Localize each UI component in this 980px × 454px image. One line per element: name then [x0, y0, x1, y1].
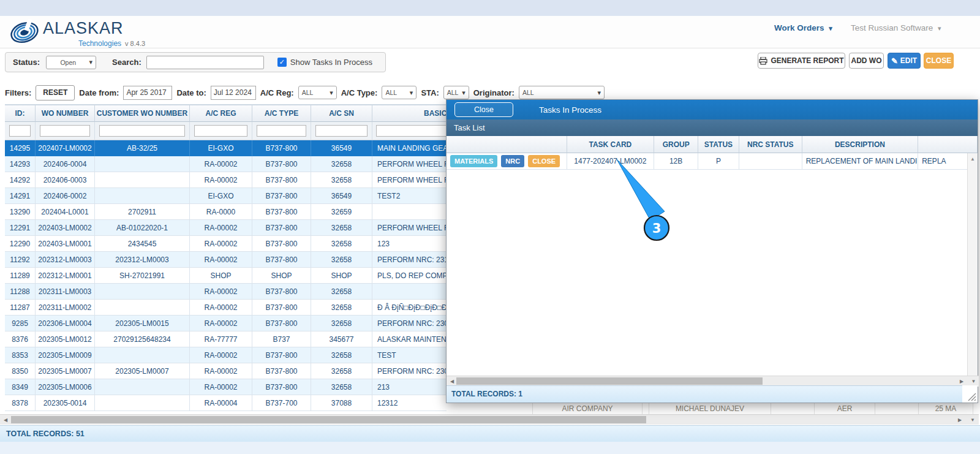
brand-subtitle: Technologies — [78, 39, 121, 48]
modal-scrollbar-thumb[interactable] — [456, 377, 763, 385]
status-select[interactable]: Open ▾ — [46, 56, 96, 69]
work-order-cell: RA-0000 — [190, 204, 252, 220]
filter-cell — [5, 122, 36, 140]
date-to-input[interactable] — [211, 86, 256, 100]
work-order-cell: 32658 — [311, 172, 372, 188]
work-order-cell: 32659 — [311, 204, 372, 220]
work-order-cell: RA-00002 — [190, 316, 252, 331]
work-order-cell: 14292 — [5, 172, 36, 188]
column-filter-input[interactable] — [315, 125, 368, 137]
brand-block: ALASKAR Technologiesv 8.4.3 — [43, 19, 145, 48]
work-order-cell: RA-00002 — [190, 300, 252, 316]
column-filter-input[interactable] — [40, 125, 90, 137]
hidden-row-cell: AER — [814, 403, 875, 414]
scroll-down-icon: ▼ — [971, 379, 976, 384]
close-task-button[interactable]: CLOSE — [528, 155, 560, 167]
work-order-cell: B737-800 — [252, 220, 311, 236]
work-order-cell: 202305-LM0012 — [36, 331, 95, 347]
column-header[interactable]: CUSTOMER WO NUMBER — [95, 105, 190, 122]
scroll-left-icon[interactable]: ◀ — [1, 415, 10, 425]
work-order-cell: 2434545 — [95, 236, 190, 252]
work-order-cell — [95, 300, 190, 316]
show-tasks-label: Show Tasks In Process — [290, 58, 372, 67]
close-button[interactable]: CLOSE — [924, 53, 954, 69]
task-column-header[interactable]: GROUP — [654, 136, 698, 153]
caret-down-icon: ▾ — [462, 89, 466, 97]
work-order-cell: 14293 — [5, 156, 36, 172]
scroll-right-icon[interactable]: ▶ — [956, 415, 964, 425]
ac-reg-select[interactable]: ALL ▾ — [298, 86, 337, 99]
column-filter-input[interactable] — [257, 125, 306, 137]
modal-resize-corner[interactable] — [962, 385, 978, 403]
work-order-cell: 32658 — [311, 347, 372, 363]
modal-header: Close Tasks In Process — [447, 100, 978, 119]
task-column-header[interactable] — [447, 136, 567, 153]
main-scroll-down-corner[interactable]: ▼ — [967, 414, 979, 425]
app-header: ALASKAR Technologiesv 8.4.3 Work Orders … — [0, 16, 980, 48]
generate-report-button[interactable]: GENERATE REPORT — [758, 53, 845, 69]
work-order-cell: 32658 — [311, 236, 372, 252]
work-order-cell: 202406-0002 — [36, 188, 95, 204]
materials-button[interactable]: MATERIALS — [450, 155, 497, 167]
reset-button[interactable]: RESET — [36, 85, 75, 100]
work-order-cell: RA-00002 — [190, 379, 252, 395]
show-tasks-checkbox-wrap[interactable]: ✓ Show Tasks In Process — [277, 58, 372, 67]
scroll-right-icon[interactable]: ▶ — [957, 376, 966, 386]
task-column-header[interactable]: DESCRIPTION — [802, 136, 919, 153]
scroll-left-icon[interactable]: ◀ — [448, 376, 456, 386]
task-column-header[interactable] — [918, 136, 978, 153]
sta-select[interactable]: ALL ▾ — [443, 86, 469, 99]
date-from-input[interactable] — [123, 86, 172, 100]
task-table-row[interactable]: MATERIALSNRCCLOSE1477-202407-LM000212BPR… — [447, 153, 978, 170]
modal-title: Tasks In Process — [539, 105, 601, 115]
search-input[interactable] — [146, 56, 264, 69]
column-filter-input[interactable] — [9, 125, 31, 137]
task-column-header[interactable]: STATUS — [698, 136, 739, 153]
work-order-cell: 9285 — [5, 316, 36, 331]
nav-work-orders[interactable]: Work Orders ▾ — [774, 23, 832, 32]
work-order-cell: 27029125648234 — [95, 331, 190, 347]
work-order-cell: 202407-LM0002 — [36, 140, 95, 156]
alaskar-work-orders-screen: ALASKAR Technologiesv 8.4.3 Work Orders … — [0, 0, 980, 454]
work-order-cell: 14295 — [5, 140, 36, 156]
work-order-cell: 8376 — [5, 331, 36, 347]
task-column-header[interactable]: TASK CARD — [567, 136, 655, 153]
column-header[interactable]: A/C REG — [190, 105, 252, 122]
work-order-cell: 11287 — [5, 300, 36, 316]
column-filter-input[interactable] — [194, 125, 247, 137]
work-order-cell: RA-00004 — [190, 395, 252, 411]
edit-button[interactable]: ✎ EDIT — [888, 53, 921, 69]
modal-total-records: TOTAL RECORDS: 1 — [447, 385, 962, 403]
scroll-down-icon: ▼ — [970, 417, 975, 423]
work-order-cell: RA-00002 — [190, 220, 252, 236]
column-header[interactable]: A/C TYPE — [252, 105, 311, 122]
window-top-strip — [0, 0, 980, 16]
column-header[interactable]: ID: — [5, 105, 36, 122]
nav-user-menu[interactable]: Test Russian Software ▾ — [851, 23, 941, 32]
main-scrollbar-thumb[interactable] — [11, 416, 646, 423]
work-order-cell: 202305-LM0007 — [36, 363, 95, 379]
scroll-up-icon[interactable]: ▲ — [968, 154, 978, 163]
task-column-header[interactable]: NRC STATUS — [739, 136, 802, 153]
add-wo-button[interactable]: ADD WO — [849, 53, 884, 69]
nrc-button[interactable]: NRC — [501, 155, 524, 167]
work-order-cell: 202406-0004 — [36, 156, 95, 172]
work-order-cell: AB-01022020-1 — [95, 220, 190, 236]
work-order-cell: SH-27021991 — [95, 268, 190, 284]
work-order-cell: 32658 — [311, 300, 372, 316]
modal-vertical-scrollbar[interactable]: ▲ — [967, 153, 978, 376]
main-horizontal-scrollbar[interactable]: ◀ ▶ — [0, 414, 967, 425]
filter-cell — [95, 122, 190, 140]
column-filter-input[interactable] — [99, 125, 185, 137]
originator-select[interactable]: ALL ▾ — [519, 86, 605, 99]
column-header[interactable]: A/C SN — [311, 105, 372, 122]
work-order-cell — [95, 395, 190, 411]
work-order-cell: B737-800 — [252, 236, 311, 252]
work-order-cell: 8353 — [5, 347, 36, 363]
checkbox-checked-icon[interactable]: ✓ — [277, 58, 287, 67]
column-header[interactable]: WO NUMBER — [36, 105, 95, 122]
work-order-cell: 202311-LM0003 — [36, 284, 95, 300]
ac-type-select[interactable]: ALL ▾ — [382, 86, 417, 99]
modal-close-button[interactable]: Close — [454, 102, 513, 117]
caret-down-icon: ▾ — [410, 89, 413, 97]
